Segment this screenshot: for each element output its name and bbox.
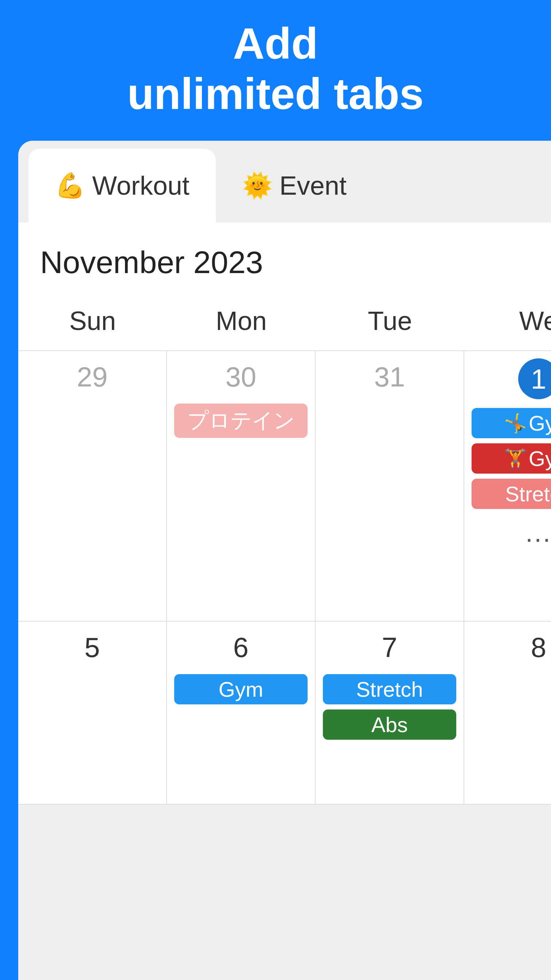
date-number: 30 <box>223 358 259 395</box>
tab-workout-label: Workout <box>92 170 189 200</box>
date-number: 29 <box>74 358 110 395</box>
event-label: Stretch <box>505 482 551 506</box>
event-pill[interactable]: Gym <box>174 674 308 705</box>
phone-frame: 💪 Workout 🌞 Event November 2023 Sun Mon … <box>18 141 551 980</box>
header-line1: Add <box>0 18 551 68</box>
tabs-container: 💪 Workout 🌞 Event <box>18 141 551 223</box>
date-number: 5 <box>74 629 110 665</box>
event-pill[interactable]: Stretch <box>472 479 551 509</box>
day-header-wed: We <box>464 306 551 336</box>
calendar-cell-1[interactable]: 1 🤸 Gym 🏋️ Gym Stretch ... <box>464 351 551 621</box>
calendar-cell-6[interactable]: 6 Gym <box>167 622 316 804</box>
event-pill[interactable]: 🏋️ Gym <box>472 443 551 474</box>
calendar-cell-7[interactable]: 7 Stretch Abs <box>316 622 464 804</box>
date-number: 8 <box>520 629 551 665</box>
event-pill[interactable]: Stretch <box>323 674 457 705</box>
day-header-sun: Sun <box>18 306 167 336</box>
calendar-row: 29 30 プロテイン 31 1 🤸 <box>18 351 551 622</box>
date-number-today: 1 <box>518 358 551 399</box>
header-line2: unlimited tabs <box>0 68 551 119</box>
event-label: Abs <box>372 713 408 737</box>
tab-workout[interactable]: 💪 Workout <box>29 149 216 223</box>
event-pill[interactable]: プロテイン <box>174 404 308 438</box>
flex-emoji-icon: 💪 <box>55 171 86 200</box>
day-header-mon: Mon <box>167 306 316 336</box>
promo-header: Add unlimited tabs <box>0 0 551 141</box>
event-label: Gym <box>219 677 263 702</box>
sun-emoji-icon: 🌞 <box>242 171 273 200</box>
more-indicator[interactable]: ... <box>526 518 551 547</box>
calendar-cell-29[interactable]: 29 <box>18 351 167 621</box>
event-label: Gym <box>529 411 551 435</box>
month-title: November 2023 <box>18 244 551 306</box>
event-label: プロテイン <box>187 407 295 435</box>
date-number: 31 <box>372 358 408 395</box>
event-pill[interactable]: 🤸 Gym <box>472 408 551 438</box>
calendar-cell-31[interactable]: 31 <box>316 351 464 621</box>
weightlifter-emoji-icon: 🏋️ <box>504 448 527 469</box>
event-label: Stretch <box>356 677 423 702</box>
date-number: 6 <box>223 629 259 665</box>
cartwheel-emoji-icon: 🤸 <box>504 413 527 434</box>
tab-event-label: Event <box>279 170 346 200</box>
day-headers-row: Sun Mon Tue We <box>18 306 551 351</box>
event-pill[interactable]: Abs <box>323 710 457 740</box>
calendar-cell-8[interactable]: 8 <box>464 622 551 804</box>
calendar-container: November 2023 Sun Mon Tue We 29 30 プロテイン <box>18 223 551 805</box>
day-header-tue: Tue <box>316 306 464 336</box>
calendar-grid: 29 30 プロテイン 31 1 🤸 <box>18 351 551 805</box>
event-label: Gym <box>529 446 551 471</box>
calendar-row: 5 6 Gym 7 Stretch Abs <box>18 622 551 805</box>
date-number: 7 <box>372 629 408 665</box>
tab-event[interactable]: 🌞 Event <box>216 149 373 223</box>
calendar-cell-5[interactable]: 5 <box>18 622 167 804</box>
calendar-cell-30[interactable]: 30 プロテイン <box>167 351 316 621</box>
